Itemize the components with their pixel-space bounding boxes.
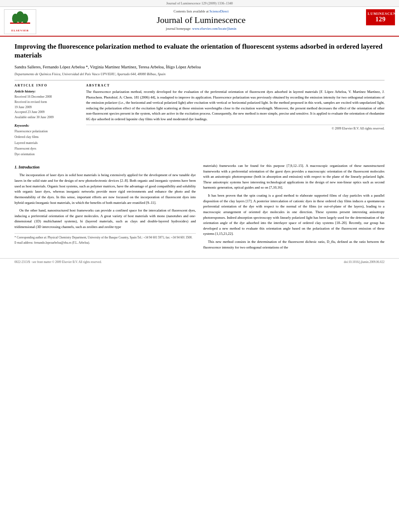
divider-1 bbox=[14, 80, 385, 80]
article-content: Improving the fluorescence polarization … bbox=[0, 37, 399, 258]
journal-header: ELSEVIER Contents lists available at Sci… bbox=[0, 7, 399, 37]
intro-para-2: On the other hand, nanostructured host f… bbox=[14, 208, 196, 230]
body-two-col: 1. Introduction The incorporation of las… bbox=[14, 163, 385, 253]
intro-para-1: The incorporation of laser dyes in solid… bbox=[14, 173, 196, 205]
sciencedirect-link[interactable]: ScienceDirect bbox=[210, 9, 229, 13]
footnote-email: E-mail address: fernando.lopezarbeloa@eh… bbox=[14, 240, 196, 245]
authors-text: Sandra Salleres, Fernando López Arbeloa … bbox=[14, 65, 201, 69]
elsevier-logo-box: ELSEVIER bbox=[4, 9, 36, 34]
available-date: Available online 30 June 2009 bbox=[14, 115, 79, 120]
journal-title: Journal of Luminescence bbox=[39, 15, 363, 25]
copyright-line: © 2009 Elsevier B.V. All rights reserved… bbox=[86, 125, 385, 130]
accepted-date: Accepted 23 June 2009 bbox=[14, 110, 79, 115]
abstract-text: The fluorescence polarization method, re… bbox=[86, 89, 385, 122]
article-history-label: Article history: bbox=[14, 89, 79, 93]
svg-rect-6 bbox=[25, 22, 25, 23]
contents-link: Contents lists available at ScienceDirec… bbox=[39, 9, 363, 13]
article-history-section: Article history: Received 16 December 20… bbox=[14, 89, 79, 120]
keyword-1: Fluorescence polarization bbox=[14, 129, 79, 134]
keyword-4: Fluorescent dyes bbox=[14, 146, 79, 152]
body-col-right: materials) frameworks can be found for t… bbox=[203, 163, 385, 253]
abstract-column: ABSTRACT The fluorescence polarization m… bbox=[86, 84, 385, 158]
bottom-issn: 0022-2313/$ - see front matter © 2009 El… bbox=[14, 260, 102, 264]
section1-heading: 1. Introduction bbox=[14, 164, 196, 170]
contents-label: Contents lists available at bbox=[174, 9, 209, 13]
header-center: Contents lists available at ScienceDirec… bbox=[39, 9, 363, 31]
keywords-label: Keywords: bbox=[14, 123, 79, 127]
abstract-heading: ABSTRACT bbox=[86, 84, 385, 87]
intro-para-5: This new method consists in the determin… bbox=[203, 239, 385, 250]
homepage-link: journal homepage: www.elsevier.com/locat… bbox=[39, 27, 363, 31]
article-title: Improving the fluorescence polarization … bbox=[14, 42, 385, 60]
footnote-corresponding: * Corresponding author at: Physical Chem… bbox=[14, 235, 196, 240]
svg-rect-4 bbox=[15, 22, 16, 23]
intro-para-4: It has been proven that the spin coating… bbox=[203, 193, 385, 237]
affiliation: Departamento de Química Física, Universi… bbox=[14, 72, 385, 76]
journal-number: 129 bbox=[368, 16, 393, 23]
citation-text: Journal of Luminescence 129 (2009) 1336–… bbox=[166, 1, 232, 5]
bottom-doi: doi:10.1016/j.jlumin.2009.06.022 bbox=[344, 260, 385, 264]
keywords-section: Keywords: Fluorescence polarization Orde… bbox=[14, 123, 79, 158]
homepage-url[interactable]: www.elsevier.com/locate/jlumin bbox=[192, 27, 237, 31]
homepage-label: journal homepage: bbox=[166, 27, 191, 31]
bottom-bar: 0022-2313/$ - see front matter © 2009 El… bbox=[0, 258, 399, 265]
svg-rect-5 bbox=[20, 22, 21, 23]
intro-para-3: materials) frameworks can be found for t… bbox=[203, 163, 385, 191]
logo-title: LUMINESCENCE bbox=[368, 12, 393, 16]
received-revised-date: 19 June 2009 bbox=[14, 105, 79, 110]
journal-logo-box: LUMINESCENCE 129 bbox=[366, 9, 395, 25]
elsevier-tree-icon bbox=[8, 11, 32, 27]
received-date: Received 16 December 2008 bbox=[14, 94, 79, 100]
article-info-column: ARTICLE INFO Article history: Received 1… bbox=[14, 84, 79, 158]
keyword-2: Ordered clay films bbox=[14, 134, 79, 140]
body-col-left: 1. Introduction The incorporation of las… bbox=[14, 163, 196, 253]
keyword-5: Dye orientation bbox=[14, 152, 79, 157]
page-wrapper: Journal of Luminescence 129 (2009) 1336–… bbox=[0, 0, 399, 265]
article-info-heading: ARTICLE INFO bbox=[14, 84, 79, 87]
article-info-abstract-section: ARTICLE INFO Article history: Received 1… bbox=[14, 84, 385, 158]
citation-bar: Journal of Luminescence 129 (2009) 1336–… bbox=[0, 0, 399, 7]
keyword-3: Layered materials bbox=[14, 140, 79, 146]
received-revised-label: Received in revised form bbox=[14, 100, 79, 105]
authors: Sandra Salleres, Fernando López Arbeloa … bbox=[14, 64, 385, 70]
footnote-section: * Corresponding author at: Physical Chem… bbox=[14, 233, 196, 245]
elsevier-label: ELSEVIER bbox=[6, 29, 34, 32]
